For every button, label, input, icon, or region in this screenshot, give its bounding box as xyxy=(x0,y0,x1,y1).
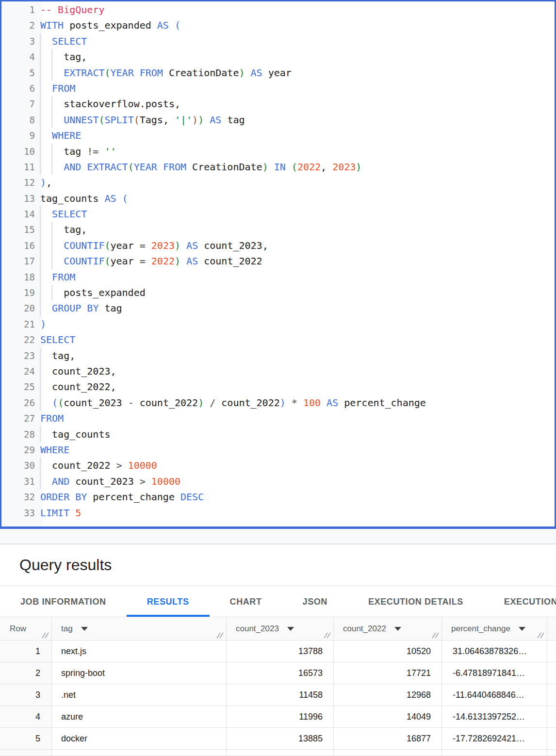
code-line[interactable]: 24 count_2023, xyxy=(1,363,555,379)
code-line[interactable]: 33LIMIT 5 xyxy=(1,505,555,521)
code-line-content[interactable]: COUNTIF(year = 2022) AS count_2022 xyxy=(35,253,555,269)
code-line[interactable]: 17 COUNTIF(year = 2022) AS count_2022 xyxy=(1,253,555,269)
column-header-tag[interactable]: tag xyxy=(52,617,227,641)
code-line[interactable]: 19 posts_expanded xyxy=(1,285,555,300)
column-resize-handle-icon[interactable] xyxy=(432,632,439,639)
code-line-content[interactable]: count_2022 > 10000 xyxy=(35,458,555,473)
code-line[interactable]: 30 count_2022 > 10000 xyxy=(1,458,555,473)
column-resize-handle-icon[interactable] xyxy=(42,632,49,639)
code-line[interactable]: 7 stackoverflow.posts, xyxy=(1,96,555,112)
results-table[interactable]: Rowtagcount_2023count_2022percent_change… xyxy=(0,617,556,756)
code-line-content[interactable]: FROM xyxy=(35,81,555,96)
code-line-content[interactable]: LIMIT 5 xyxy=(35,505,555,521)
code-lines[interactable]: 1-- BigQuery2WITH posts_expanded AS (3 S… xyxy=(1,2,555,521)
row-number-cell: 1 xyxy=(0,641,52,662)
code-line[interactable]: 31 AND count_2023 > 10000 xyxy=(1,474,555,489)
tab-chart[interactable]: CHART xyxy=(210,587,282,617)
code-line[interactable]: 25 count_2022, xyxy=(1,379,555,394)
code-line-content[interactable]: GROUP BY tag xyxy=(35,300,555,316)
code-line[interactable]: 23 tag, xyxy=(1,348,555,363)
code-line[interactable]: 27FROM xyxy=(1,411,555,426)
code-line-content[interactable]: AND count_2023 > 10000 xyxy=(35,474,555,489)
results-tabs[interactable]: JOB INFORMATIONRESULTSCHARTJSONEXECUTION… xyxy=(0,587,556,617)
code-line[interactable]: 20 GROUP BY tag xyxy=(1,300,555,316)
code-line[interactable]: 8 UNNEST(SPLIT(Tags, '|')) AS tag xyxy=(1,112,555,128)
column-resize-handle-icon[interactable] xyxy=(216,632,224,639)
code-line-content[interactable]: ), xyxy=(35,175,555,190)
code-line-content[interactable]: UNNEST(SPLIT(Tags, '|')) AS tag xyxy=(35,112,555,128)
column-header-empty[interactable] xyxy=(547,617,556,641)
code-line[interactable]: 14 SELECT xyxy=(1,206,555,222)
code-line[interactable]: 13tag_counts AS ( xyxy=(1,191,555,206)
column-resize-handle-icon[interactable] xyxy=(324,632,331,639)
code-line[interactable]: 11 AND EXTRACT(YEAR FROM CreationDate) I… xyxy=(1,159,555,175)
code-line-content[interactable]: count_2022, xyxy=(35,379,555,394)
code-line-content[interactable]: FROM xyxy=(35,269,555,285)
line-number: 9 xyxy=(1,128,35,143)
indent-guide xyxy=(51,253,52,269)
code-line[interactable]: 22SELECT xyxy=(1,332,555,347)
code-line[interactable]: 6 FROM xyxy=(1,81,555,96)
code-editor[interactable]: 1-- BigQuery2WITH posts_expanded AS (3 S… xyxy=(0,0,556,529)
code-line-content[interactable]: tag_counts xyxy=(35,427,555,442)
code-line[interactable]: 4 tag, xyxy=(1,49,555,65)
code-line-content[interactable]: WHERE xyxy=(35,442,555,458)
code-line-content[interactable]: tag_counts AS ( xyxy=(35,191,555,206)
code-token: COUNTIF xyxy=(64,255,104,267)
code-line[interactable]: 18 FROM xyxy=(1,269,555,285)
sort-dropdown-icon[interactable] xyxy=(81,627,88,631)
code-line-content[interactable]: -- BigQuery xyxy=(35,2,555,17)
code-line[interactable]: 21) xyxy=(1,316,555,332)
code-line-content[interactable]: tag != '' xyxy=(35,144,555,159)
code-line[interactable]: 28 tag_counts xyxy=(1,427,555,442)
code-line-content[interactable]: ) xyxy=(35,316,555,332)
tab-json[interactable]: JSON xyxy=(282,587,348,617)
code-line-content[interactable]: WHERE xyxy=(35,128,555,143)
code-line[interactable]: 16 COUNTIF(year = 2023) AS count_2023, xyxy=(1,238,555,253)
indent-guide xyxy=(40,81,41,96)
code-line-content[interactable]: COUNTIF(year = 2023) AS count_2023, xyxy=(35,238,555,253)
code-line-content[interactable]: FROM xyxy=(35,411,555,426)
code-line[interactable]: 3 SELECT xyxy=(1,33,555,49)
code-line-content[interactable]: WITH posts_expanded AS ( xyxy=(35,17,555,33)
code-line[interactable]: 26 ((count_2023 - count_2022) / count_20… xyxy=(1,395,555,411)
code-token: ) xyxy=(262,161,268,173)
column-header-Row[interactable]: Row xyxy=(0,617,52,641)
sort-dropdown-icon[interactable] xyxy=(394,627,401,631)
code-line[interactable]: 10 tag != '' xyxy=(1,144,555,159)
code-line[interactable]: 9 WHERE xyxy=(1,128,555,143)
code-line-content[interactable]: ((count_2023 - count_2022) / count_2022)… xyxy=(35,395,555,411)
code-line-content[interactable]: SELECT xyxy=(35,332,555,347)
tab-job-information[interactable]: JOB INFORMATION xyxy=(0,587,127,617)
code-line-content[interactable]: tag, xyxy=(35,348,555,363)
code-line-content[interactable]: tag, xyxy=(35,49,555,65)
code-line[interactable]: 1-- BigQuery xyxy=(1,2,555,17)
code-line[interactable]: 5 EXTRACT(YEAR FROM CreationDate) AS yea… xyxy=(1,65,555,81)
code-line[interactable]: 29WHERE xyxy=(1,442,555,458)
sort-dropdown-icon[interactable] xyxy=(287,627,294,631)
column-header-count_2022[interactable]: count_2022 xyxy=(334,617,442,641)
code-line-content[interactable]: count_2023, xyxy=(35,363,555,379)
code-token: AS xyxy=(104,193,116,204)
code-line[interactable]: 12), xyxy=(1,175,555,190)
code-line-content[interactable]: EXTRACT(YEAR FROM CreationDate) AS year xyxy=(35,65,555,81)
code-line-content[interactable]: SELECT xyxy=(35,206,555,222)
code-line[interactable]: 15 tag, xyxy=(1,222,555,237)
code-line[interactable]: 2WITH posts_expanded AS ( xyxy=(1,17,555,33)
code-line-content[interactable]: ORDER BY percent_change DESC xyxy=(35,489,555,505)
code-token: tag xyxy=(98,302,122,314)
code-line-content[interactable]: AND EXTRACT(YEAR FROM CreationDate) IN (… xyxy=(35,159,555,175)
tab-execution-graph[interactable]: EXECUTION GRAPH xyxy=(484,587,556,617)
column-header-percent_change[interactable]: percent_change xyxy=(442,617,547,641)
column-header-count_2023[interactable]: count_2023 xyxy=(227,617,334,641)
code-line-content[interactable]: tag, xyxy=(35,222,555,237)
code-line-content[interactable]: stackoverflow.posts, xyxy=(35,96,555,112)
sort-dropdown-icon[interactable] xyxy=(519,627,525,631)
code-line-content[interactable]: posts_expanded xyxy=(35,285,555,300)
tab-execution-details[interactable]: EXECUTION DETAILS xyxy=(348,587,484,617)
tab-results[interactable]: RESULTS xyxy=(127,587,210,617)
code-line[interactable]: 32ORDER BY percent_change DESC xyxy=(1,489,555,505)
column-resize-handle-icon[interactable] xyxy=(537,632,544,639)
line-number: 10 xyxy=(1,144,35,159)
code-line-content[interactable]: SELECT xyxy=(35,33,555,49)
